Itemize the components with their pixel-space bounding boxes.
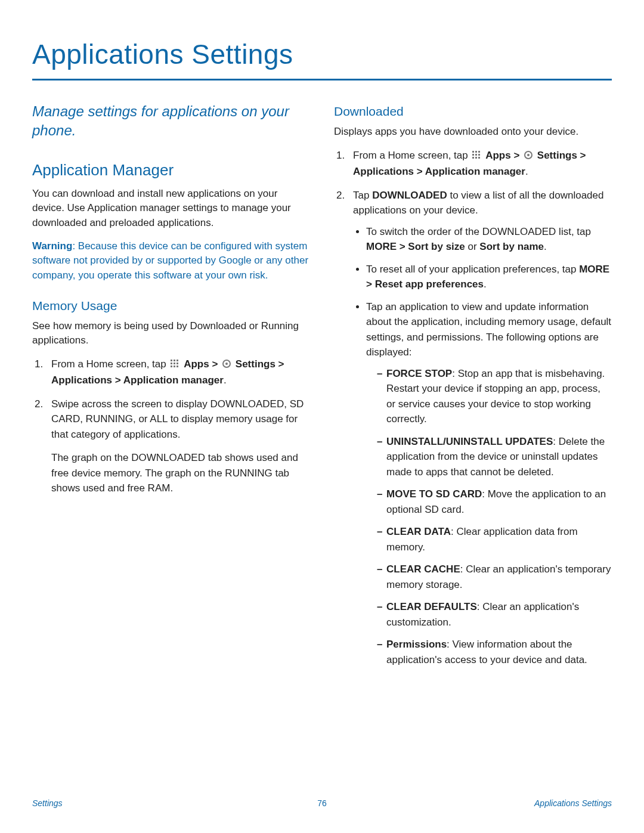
opt-clear-defaults: CLEAR DEFAULTS: Clear an application's c…	[377, 599, 612, 630]
svg-rect-11	[472, 151, 474, 153]
dl-step1-pretext: From a Home screen, tap	[353, 150, 470, 161]
force-stop-label: FORCE STOP	[386, 368, 452, 379]
bullet-tap-app-text: Tap an application to view and update in…	[366, 301, 611, 358]
opt-permissions: Permissions: View information about the …	[377, 637, 612, 667]
svg-rect-6	[171, 366, 172, 367]
warning-body: : Because this device can be configured …	[32, 240, 308, 281]
uninstall-label: UNINSTALL/UNINSTALL UPDATES	[386, 436, 553, 447]
svg-rect-7	[174, 366, 175, 367]
dl-settings-label: Settings	[537, 150, 577, 161]
appmanager-label: Application manager	[123, 374, 224, 386]
section-application-manager: Application Manager	[32, 161, 310, 179]
svg-rect-19	[478, 157, 480, 159]
dl-sep3: >	[414, 166, 425, 177]
warning-label: Warning	[32, 240, 72, 252]
step2-swipe-text: Swipe across the screen to display DOWNL…	[51, 398, 304, 440]
opt-force-stop: FORCE STOP: Stop an app that is misbehav…	[377, 366, 612, 427]
svg-rect-4	[174, 363, 175, 364]
gear-icon	[524, 149, 533, 165]
opt-uninstall: UNINSTALL/UNINSTALL UPDATES: Delete the …	[377, 434, 612, 480]
dl-apps-label: Apps	[485, 150, 511, 161]
title-rule	[32, 79, 612, 80]
dl-applications-label: Applications	[353, 166, 414, 177]
step-2: Swipe across the screen to display DOWNL…	[32, 397, 310, 496]
subsection-memory-usage: Memory Usage	[32, 299, 310, 313]
svg-rect-1	[174, 360, 175, 361]
sep2: >	[275, 358, 284, 370]
warning-paragraph: Warning: Because this device can be conf…	[32, 239, 310, 283]
bullet-reset: To reset all of your application prefere…	[366, 262, 612, 292]
bullet-switch: To switch the order of the DOWNLOADED li…	[366, 224, 612, 255]
downloaded-intro: Displays apps you have downloaded onto y…	[334, 125, 612, 140]
or-text: or	[465, 241, 480, 252]
dl-step-1: From a Home screen, tap Apps > Settings …	[334, 148, 612, 179]
appmanager-description: You can download and install new applica…	[32, 187, 310, 231]
memory-steps-list: From a Home screen, tap Apps > Settings …	[32, 357, 310, 496]
svg-rect-12	[475, 151, 477, 153]
svg-rect-5	[177, 363, 178, 364]
right-column: Downloaded Displays apps you have downlo…	[334, 102, 612, 676]
svg-point-10	[225, 363, 228, 365]
document-page: Applications Settings Manage settings fo…	[0, 0, 644, 676]
svg-rect-3	[171, 363, 172, 364]
downloaded-steps-list: From a Home screen, tap Apps > Settings …	[334, 148, 612, 668]
downloaded-bold: DOWNLOADED	[372, 190, 447, 201]
left-column: Manage settings for applications on your…	[32, 102, 310, 676]
svg-rect-0	[171, 360, 172, 361]
dl-period1: .	[525, 166, 528, 177]
dl-bullets: To switch the order of the DOWNLOADED li…	[353, 224, 612, 668]
cleardata-label: CLEAR DATA	[386, 526, 451, 537]
opt-move-sd: MOVE TO SD CARD: Move the application to…	[377, 487, 612, 517]
opt-clear-data: CLEAR DATA: Clear application data from …	[377, 524, 612, 555]
svg-rect-18	[475, 157, 477, 159]
svg-rect-14	[472, 154, 474, 156]
bullet-switch-a: To switch the order of the DOWNLOADED li…	[366, 226, 591, 237]
two-column-layout: Manage settings for applications on your…	[32, 102, 612, 676]
dl-step2-pre: Tap	[353, 190, 372, 201]
sep3: >	[112, 374, 123, 386]
dl-sep1: >	[511, 150, 522, 161]
dl-sep2: >	[577, 150, 586, 161]
sort-by-name: Sort by name	[479, 241, 544, 252]
subsection-downloaded: Downloaded	[334, 104, 612, 119]
svg-rect-13	[478, 151, 480, 153]
sep1: >	[209, 358, 221, 370]
clearcache-label: CLEAR CACHE	[386, 563, 460, 575]
intro-text: Manage settings for applications on your…	[32, 102, 310, 141]
bullet-reset-period: .	[484, 278, 487, 290]
step2-graph-text: The graph on the DOWNLOADED tab shows us…	[51, 450, 310, 496]
more-sort-size: MORE > Sort by size	[366, 241, 465, 252]
bullet-reset-a: To reset all of your application prefere…	[366, 264, 579, 275]
svg-rect-2	[177, 360, 178, 361]
page-title: Applications Settings	[32, 38, 612, 70]
memory-usage-intro: See how memory is being used by Download…	[32, 319, 310, 348]
apps-label: Apps	[184, 358, 209, 370]
page-number: 76	[317, 798, 327, 808]
apps-grid-icon	[472, 149, 481, 165]
options-list: FORCE STOP: Stop an app that is misbehav…	[366, 366, 612, 668]
cleardef-label: CLEAR DEFAULTS	[386, 601, 477, 612]
move-label: MOVE TO SD CARD	[386, 488, 482, 500]
bullet-switch-period: .	[544, 241, 547, 252]
settings-label: Settings	[236, 358, 275, 370]
svg-rect-15	[475, 154, 477, 156]
footer-left: Settings	[32, 798, 63, 808]
step1-pretext: From a Home screen, tap	[51, 358, 169, 370]
svg-rect-16	[478, 154, 480, 156]
perm-label: Permissions	[386, 639, 447, 650]
opt-clear-cache: CLEAR CACHE: Clear an application's temp…	[377, 562, 612, 592]
svg-rect-8	[177, 366, 178, 367]
footer-right: Applications Settings	[534, 798, 612, 808]
page-footer: Settings 76 Applications Settings	[32, 798, 612, 808]
svg-point-21	[527, 154, 530, 156]
applications-label: Applications	[51, 374, 112, 386]
bullet-tap-app: Tap an application to view and update in…	[366, 299, 612, 668]
apps-grid-icon	[170, 358, 179, 373]
dl-appmanager-label: Application manager	[425, 166, 525, 177]
dl-step-2: Tap DOWNLOADED to view a list of all the…	[334, 188, 612, 668]
gear-icon	[222, 358, 231, 373]
period1: .	[224, 374, 227, 386]
step-1: From a Home screen, tap Apps > Settings …	[32, 357, 310, 388]
svg-rect-17	[472, 157, 474, 159]
